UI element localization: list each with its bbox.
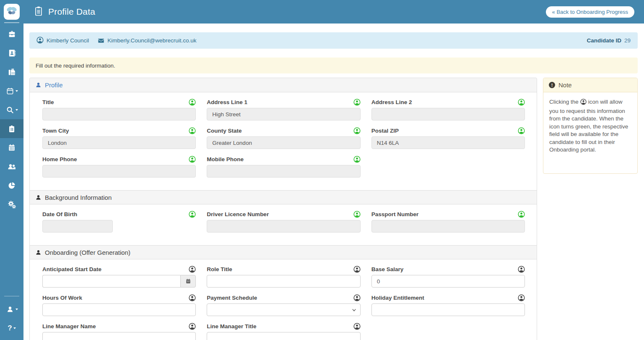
briefcase-icon: [8, 30, 16, 39]
field-label: Driver Licence Number: [207, 211, 269, 217]
request-from-candidate-icon[interactable]: [189, 127, 196, 134]
request-from-candidate-icon[interactable]: [353, 99, 361, 106]
anticipated-start-date-input[interactable]: [42, 275, 180, 288]
request-from-candidate-icon[interactable]: [353, 323, 361, 330]
section-title: Profile: [45, 81, 63, 89]
request-from-candidate-icon[interactable]: [353, 156, 361, 163]
sidebar-item-fax[interactable]: [0, 63, 23, 81]
question-icon: ?: [8, 324, 12, 332]
field-label: Address Line 1: [207, 99, 247, 105]
calendar-grid-icon: [8, 144, 16, 152]
sidebar-item-account[interactable]: [0, 300, 23, 319]
sidebar-item-search[interactable]: [0, 100, 23, 119]
request-from-candidate-icon[interactable]: [353, 211, 361, 218]
back-to-onboarding-button[interactable]: « Back to Onboarding Progress: [546, 6, 634, 18]
field-address-line-2: Address Line 2: [371, 99, 525, 120]
profile-form-panel: Profile Title Address Line 1: [29, 78, 537, 340]
sidebar-item-schedule[interactable]: [0, 138, 23, 157]
request-from-candidate-icon[interactable]: [518, 211, 525, 218]
note-panel: ! Note Clicking theicon will allow you t…: [543, 78, 638, 174]
butterfly-logo-icon: [5, 5, 18, 19]
holiday-entitlement-input[interactable]: [371, 303, 525, 316]
field-label: Home Phone: [42, 156, 77, 162]
field-label: Holiday Entitlement: [371, 295, 424, 301]
field-mobile-phone: Mobile Phone: [207, 156, 360, 178]
field-town-city: Town City: [42, 128, 196, 149]
role-title-input[interactable]: [207, 275, 360, 288]
field-line-manager-title: Line Manager Title: [207, 323, 360, 340]
envelope-icon: [98, 37, 104, 44]
postal-zip-input: [371, 136, 525, 149]
request-from-candidate-icon[interactable]: [518, 266, 525, 273]
request-from-candidate-icon[interactable]: [189, 294, 196, 301]
section-header-onboarding: Onboarding (Offer Generation): [30, 245, 537, 259]
field-label: Payment Schedule: [207, 295, 257, 301]
payment-schedule-select[interactable]: [207, 303, 360, 316]
page-title: Profile Data: [48, 7, 95, 17]
field-label: Anticipated Start Date: [42, 266, 101, 272]
field-label: Line Manager Title: [207, 323, 256, 330]
field-date-of-birth: Date Of Birth: [42, 211, 196, 233]
chevron-down-icon: [352, 308, 356, 312]
user-icon: [6, 305, 14, 314]
sidebar-item-profile-data[interactable]: [0, 119, 23, 138]
clipboard-icon: [8, 125, 16, 133]
request-from-candidate-icon[interactable]: [189, 266, 196, 273]
datepicker-button[interactable]: [180, 275, 196, 288]
address-line-1-input: [207, 108, 360, 120]
address-line-2-input: [371, 108, 525, 120]
request-from-candidate-icon[interactable]: [353, 294, 361, 301]
field-county-state: County State: [207, 128, 360, 149]
field-base-salary: Base Salary: [371, 266, 525, 288]
sidebar-item-settings[interactable]: [0, 195, 23, 214]
request-from-candidate-icon[interactable]: [518, 127, 525, 134]
request-from-candidate-icon[interactable]: [353, 266, 361, 273]
field-address-line-1: Address Line 1: [207, 99, 360, 120]
field-anticipated-start-date: Anticipated Start Date: [42, 266, 196, 288]
sidebar-item-users[interactable]: [0, 157, 23, 176]
fax-icon: [8, 68, 16, 76]
sidebar-item-contacts[interactable]: [0, 44, 23, 63]
request-from-candidate-icon[interactable]: [518, 294, 525, 301]
sidebar-item-calendar[interactable]: [0, 81, 23, 100]
driver-licence-number-input: [207, 220, 360, 233]
request-from-candidate-icon[interactable]: [189, 211, 196, 218]
line-manager-title-input[interactable]: [207, 332, 360, 340]
hours-of-work-input[interactable]: [42, 303, 196, 316]
chevron-down-icon: [16, 309, 18, 310]
chevron-down-icon: [16, 90, 18, 92]
request-from-candidate-icon[interactable]: [189, 99, 196, 106]
section-title: Onboarding (Offer Generation): [45, 249, 130, 256]
request-from-candidate-icon[interactable]: [189, 323, 196, 330]
request-from-candidate-icon[interactable]: [518, 99, 525, 106]
gears-icon: [7, 200, 16, 209]
candidate-bar: Kimberly Council Kimberly.Council@webrec…: [29, 32, 638, 49]
sidebar-nav: [0, 25, 23, 214]
sidebar-item-help[interactable]: ?: [0, 319, 23, 337]
app-logo[interactable]: [4, 4, 20, 20]
sidebar-divider: [4, 296, 19, 296]
calendar-icon: [6, 87, 14, 95]
address-book-icon: [8, 49, 16, 58]
person-icon: [35, 82, 42, 88]
request-from-candidate-icon[interactable]: [353, 127, 361, 134]
field-title: Title: [42, 99, 196, 120]
county-state-input: [207, 136, 360, 149]
field-passport-number: Passport Number: [371, 211, 525, 233]
field-label: Role Title: [207, 266, 232, 272]
note-text-after: icon will allow you to request this info…: [549, 99, 628, 153]
field-payment-schedule: Payment Schedule: [207, 295, 360, 316]
field-holiday-entitlement: Holiday Entitlement: [371, 295, 525, 316]
line-manager-name-input[interactable]: [42, 332, 196, 340]
note-title: Note: [558, 81, 572, 89]
field-hours-of-work: Hours Of Work: [42, 295, 196, 316]
calendar-icon: [185, 278, 191, 284]
sidebar-item-reports[interactable]: [0, 176, 23, 195]
sidebar-item-jobs[interactable]: [0, 25, 23, 44]
section-header-profile: Profile: [30, 78, 537, 92]
field-role-title: Role Title: [207, 266, 360, 288]
base-salary-input[interactable]: [371, 275, 525, 288]
request-from-candidate-icon[interactable]: [189, 156, 196, 163]
alert-text: Fill out the required information.: [36, 63, 115, 69]
passport-number-input: [371, 220, 525, 233]
